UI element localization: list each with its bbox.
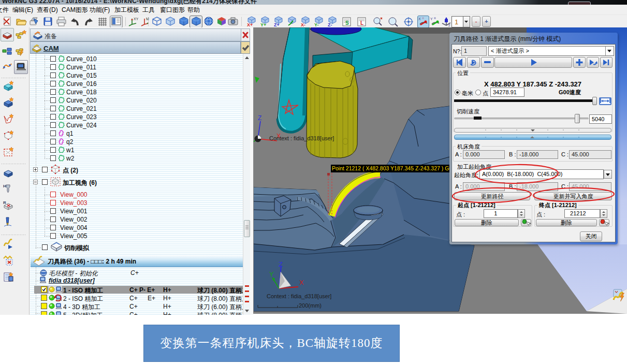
svg-text:Z+: Z+ [274, 22, 280, 27]
svg-text:Y-: Y- [314, 22, 319, 27]
svg-text:Z: Z [258, 114, 261, 122]
svg-text:Z: Z [279, 260, 283, 268]
svg-text:X-: X- [301, 22, 305, 27]
svg-text:M: M [146, 17, 149, 21]
svg-text:XY: XY [134, 17, 138, 21]
svg-text:X: X [418, 17, 421, 21]
svg-text:X: X [299, 279, 304, 286]
svg-text:Z-: Z- [328, 22, 332, 27]
svg-text:H: H [3, 184, 6, 188]
svg-text:Y: Y [430, 17, 433, 21]
svg-text:L: L [360, 20, 363, 26]
svg-text:S: S [345, 20, 349, 26]
svg-text:Y: Y [269, 270, 274, 278]
svg-text:X+: X+ [247, 22, 253, 27]
svg-text:Z: Z [448, 24, 450, 27]
svg-text:Y+: Y+ [260, 22, 266, 27]
svg-text:R: R [3, 200, 6, 205]
